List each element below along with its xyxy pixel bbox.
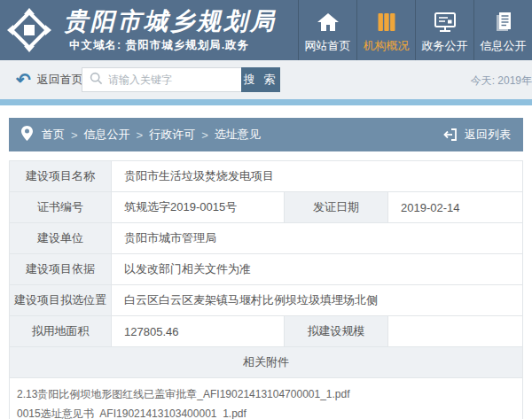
table-row: 证书编号 筑规选字2019-0015号 发证日期 2019-02-14 [10,192,522,223]
field-value: 以发改部门相关文件为准 [112,254,522,284]
field-value: 2019-02-14 [388,192,522,222]
back-home-button[interactable]: ↶ 返回首页 [16,71,83,89]
site-header: 贵阳市城乡规划局 中文域名: 贵阳市城乡规划局.政务 网站首页 机构概况 [0,0,532,60]
site-subtitle: 中文域名: 贵阳市城乡规划局.政务 [64,38,277,53]
field-label: 建设单位 [10,223,112,253]
undo-arrow-icon: ↶ [16,71,31,89]
site-logo-icon [7,8,51,52]
field-value [388,316,522,346]
field-label: 建设项目名称 [10,161,112,191]
breadcrumb-separator: > [71,128,78,142]
monitor-icon [434,6,457,33]
nav-tab-about[interactable]: 机构概况 [356,0,415,60]
nav-tab-label: 机构概况 [364,38,410,54]
field-label: 拟建设规模 [285,316,388,346]
pages-icon [493,6,514,33]
field-label: 证书编号 [10,192,112,222]
spacer [0,105,532,118]
attachments-header: 相关附件 [10,347,522,378]
breadcrumb-item-home[interactable]: 首页 [42,127,65,143]
divider-strip [0,99,532,105]
table-row: 建设项目拟选位置 白云区白云区麦架镇马堰村比例坝垃圾填埋场北侧 [10,285,522,316]
books-icon [376,6,397,33]
table-row: 建设项目名称 贵阳市生活垃圾焚烧发电项目 [10,161,522,192]
breadcrumb-item-current: 选址意见 [215,127,261,143]
return-icon [443,128,458,141]
field-value: 贵阳市城市管理局 [112,223,522,253]
nav-tab-label: 信息公开 [481,38,527,54]
field-value: 白云区白云区麦架镇马堰村比例坝垃圾填埋场北侧 [112,285,522,315]
field-label: 建设项目拟选位置 [10,285,112,315]
back-to-list-label: 返回列表 [465,127,511,143]
breadcrumb-separator: > [201,128,208,142]
nav-tab-label: 网站首页 [305,38,351,54]
site-title: 贵阳市城乡规划局 [64,8,277,35]
project-detail-table: 建设项目名称 贵阳市生活垃圾焚烧发电项目 证书编号 筑规选字2019-0015号… [9,160,523,419]
attachment-link-pdf[interactable]: 0015选址意见书_AFI19021413103400001_1.pdf [17,404,522,419]
breadcrumb-separator: > [137,128,144,142]
search-button[interactable]: 搜 索 [241,67,280,92]
breadcrumb-item-licensing[interactable]: 行政许可 [149,127,195,143]
field-label: 发证日期 [285,192,388,222]
field-label: 拟用地面积 [10,316,112,346]
main-nav: 网站首页 机构概况 [298,0,532,60]
field-label: 建设项目依据 [10,254,112,284]
nav-tab-home[interactable]: 网站首页 [298,0,356,60]
breadcrumb-item-info[interactable]: 信息公开 [84,127,130,143]
attachments-list: 2.13贵阳比例坝地形图红线已盖审批章_AFI19021413104700001… [10,378,522,419]
table-row: 建设单位 贵阳市城市管理局 [10,223,522,254]
field-value: 127805.46 [112,316,285,346]
attachment-link-pdf[interactable]: 2.13贵阳比例坝地形图红线已盖审批章_AFI19021413104700001… [17,384,522,404]
nav-tab-label: 政务公开 [422,38,468,54]
table-row: 拟用地面积 127805.46 拟建设规模 [10,316,522,347]
site-titles: 贵阳市城乡规划局 中文域名: 贵阳市城乡规划局.政务 [64,8,277,53]
nav-tab-gov-affairs[interactable]: 政务公开 [415,0,473,60]
nav-tab-info-disclosure[interactable]: 信息公开 [473,0,532,60]
table-row: 建设项目依据 以发改部门相关文件为准 [10,254,522,285]
field-value: 贵阳市生活垃圾焚烧发电项目 [112,161,522,191]
location-pin-icon [21,126,33,144]
toolbar: ↶ 返回首页 搜 索 今天: 2019年 [0,60,532,99]
back-to-list-button[interactable]: 返回列表 [443,118,511,151]
breadcrumb: 首页 > 信息公开 > 行政许可 > 选址意见 返回列表 [9,118,523,151]
home-icon [317,6,340,33]
field-value: 筑规选字2019-0015号 [112,192,285,222]
today-date: 今天: 2019年 [471,74,532,89]
search-icon [90,72,103,89]
back-home-label: 返回首页 [37,72,83,88]
